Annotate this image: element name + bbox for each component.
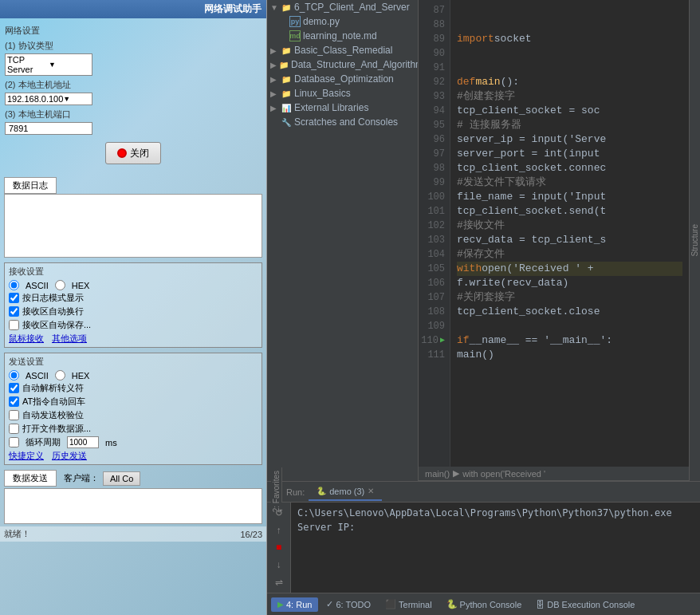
play-icon: ▶ (277, 600, 284, 609)
send-hex-radio[interactable] (55, 370, 65, 380)
run-tab-close-icon[interactable]: ✕ (368, 487, 374, 495)
terminal-label: Terminal (399, 600, 432, 609)
cycle-checkbox[interactable] (9, 437, 19, 447)
log-mode-label: 按日志模式显示 (22, 292, 84, 304)
run-scroll-down-button[interactable]: ↓ (271, 558, 287, 572)
run-panel: 2: Favorites Run: 🐍 demo (3) ✕ ↺ ↑ ■ ↓ ⇌… (267, 481, 700, 593)
recv-hex-radio[interactable] (55, 280, 65, 290)
tree-item-ext-lib[interactable]: ▶ 📊 External Libraries (267, 101, 418, 115)
auto-escape-row: 自动解析转义符 (9, 382, 258, 394)
run-toolbar-label: 4: Run (286, 600, 312, 609)
title-text: 网络调试助手 (204, 3, 262, 14)
code-structure-container: 8788899091929394959697989910010110210310… (419, 0, 700, 481)
tree-label-tcp: 6_TCP_Client_And_Server (294, 2, 410, 13)
receive-links-row: 鼠标接收 其他选项 (9, 333, 258, 345)
at-auto-return-label: AT指令自动回车 (22, 396, 85, 408)
quick-def-link[interactable]: 快捷定义 (9, 450, 44, 462)
auto-save-checkbox[interactable] (9, 320, 19, 330)
recv-ascii-radio[interactable] (9, 280, 19, 290)
all-co-button[interactable]: All Co (103, 471, 140, 486)
receive-title: 接收设置 (9, 266, 258, 278)
data-send-tab[interactable]: 数据发送 (4, 470, 57, 487)
terminal-icon: ⬛ (385, 599, 396, 609)
shortcuts-link[interactable]: 鼠标接收 (9, 333, 44, 345)
open-file-row: 打开文件数据源... (9, 423, 258, 435)
data-log-area: 数据日志 (4, 177, 262, 258)
open-file-checkbox[interactable] (9, 424, 19, 434)
auto-check-checkbox[interactable] (9, 410, 19, 420)
editor-area: ▼ 📁 6_TCP_Client_And_Server py demo.py m… (267, 0, 700, 481)
tree-item-linux[interactable]: ▶ 📁 Linux_Basics (267, 86, 418, 101)
send-input-area[interactable] (4, 488, 262, 524)
tree-item-db[interactable]: ▶ 📁 Database_Optimization (267, 72, 418, 86)
data-send-header: 数据发送 客户端： All Co (4, 470, 262, 487)
run-scroll-up-button[interactable]: ↑ (271, 523, 287, 538)
arrow-linux: ▶ (270, 89, 278, 98)
protocol-select[interactable]: TCP Server ▼ (5, 53, 92, 76)
folder-icon-basic: 📁 (281, 45, 292, 56)
tree-item-dsa[interactable]: ▶ 📁 Data_Structure_And_Algorithm (267, 57, 418, 72)
code-area: 8788899091929394959697989910010110210310… (419, 0, 689, 481)
auto-wrap-checkbox[interactable] (9, 306, 19, 317)
arrow-tcp: ▼ (270, 3, 278, 12)
python-console-icon: 🐍 (446, 599, 458, 609)
tree-item-demo-py[interactable]: py demo.py (267, 14, 418, 29)
send-ascii-label: ASCII (26, 371, 49, 380)
counter-text: 16/23 (240, 530, 262, 539)
send-settings: 发送设置 ASCII HEX 自动解析转义符 AT指令自动回车 (4, 353, 262, 465)
bottom-toolbar: ▶ 4: Run ✓ 6: TODO ⬛ Terminal 🐍 Python C… (267, 593, 700, 615)
tree-item-basic[interactable]: ▶ 📁 Basic_Class_Remedial (267, 43, 418, 57)
log-content (4, 194, 262, 258)
stop-icon (117, 148, 127, 158)
python-console-toolbar-btn[interactable]: 🐍 Python Console (440, 597, 529, 612)
left-network-panel: 网络调试助手 网络设置 (1) 协议类型 TCP Server ▼ (2) 本地… (0, 0, 267, 615)
net-settings-label: 网络设置 (5, 25, 262, 37)
auto-save-row: 接收区自动保存... (9, 319, 258, 331)
tree-item-tcp[interactable]: ▼ 📁 6_TCP_Client_And_Server (267, 0, 418, 14)
tree-label-ext-lib: External Libraries (294, 102, 368, 113)
cycle-label: 循环周期 (26, 436, 61, 448)
log-mode-checkbox[interactable] (9, 293, 19, 303)
run-demo-tab[interactable]: 🐍 demo (3) ✕ (309, 483, 382, 501)
code-content[interactable]: import socket def main(): #创建套接字 tcp_cli… (450, 0, 689, 467)
todo-toolbar-btn[interactable]: ✓ 6: TODO (320, 597, 377, 612)
local-port-label: (3) 本地主机端口 (5, 108, 262, 120)
open-file-label: 打开文件数据源... (22, 423, 91, 435)
data-log-tab[interactable]: 数据日志 (4, 177, 57, 194)
lib-icon: 📊 (281, 102, 292, 113)
close-connection-button[interactable]: 关闭 (105, 142, 161, 164)
run-sidebar: ↺ ↑ ■ ↓ ⇌ (267, 503, 291, 593)
run-output: C:\Users\Lenovo\AppData\Local\Programs\P… (291, 503, 700, 593)
db-execution-toolbar-btn[interactable]: 🗄 DB Execution Console (529, 597, 641, 612)
run-toolbar-btn[interactable]: ▶ 4: Run (271, 597, 318, 612)
structure-tab[interactable]: Structure (689, 0, 700, 481)
terminal-toolbar-btn[interactable]: ⬛ Terminal (379, 597, 438, 612)
todo-label: 6: TODO (336, 600, 371, 609)
arrow-dsa: ▶ (270, 61, 277, 69)
breadcrumb-with: with open('Received ' (462, 469, 545, 479)
breadcrumb-main: main() (425, 469, 450, 479)
send-links-row: 快捷定义 历史发送 (9, 450, 258, 462)
local-port-input[interactable] (5, 122, 92, 135)
cycle-value-input[interactable] (67, 436, 99, 448)
run-wrap-button[interactable]: ⇌ (271, 575, 287, 589)
tree-item-learning-note[interactable]: md learning_note.md (267, 29, 418, 43)
tree-label-linux: Linux_Basics (294, 88, 351, 99)
favorites-tab[interactable]: 2: Favorites (271, 467, 282, 515)
tree-item-scratches[interactable]: ▶ 🔧 Scratches and Consoles (267, 115, 418, 129)
auto-escape-checkbox[interactable] (9, 383, 19, 393)
send-hex-label: HEX (72, 371, 90, 380)
title-bar: 网络调试助手 (0, 0, 266, 18)
code-editor: 8788899091929394959697989910010110210310… (419, 0, 689, 467)
local-addr-label: (2) 本地主机地址 (5, 79, 262, 91)
local-addr-dropdown-arrow: ▼ (63, 95, 90, 103)
hist-send-link[interactable]: 历史发送 (52, 450, 87, 462)
local-addr-select[interactable]: 192.168.0.100 ▼ (5, 93, 92, 105)
at-auto-return-row: AT指令自动回车 (9, 396, 258, 408)
other-options-link[interactable]: 其他选项 (52, 333, 87, 345)
favorites-label: 2: Favorites (272, 467, 281, 515)
run-stop-button[interactable]: ■ (271, 541, 287, 555)
send-ascii-radio[interactable] (9, 370, 19, 380)
tree-label-scratches: Scratches and Consoles (294, 116, 398, 128)
at-auto-return-checkbox[interactable] (9, 396, 19, 407)
